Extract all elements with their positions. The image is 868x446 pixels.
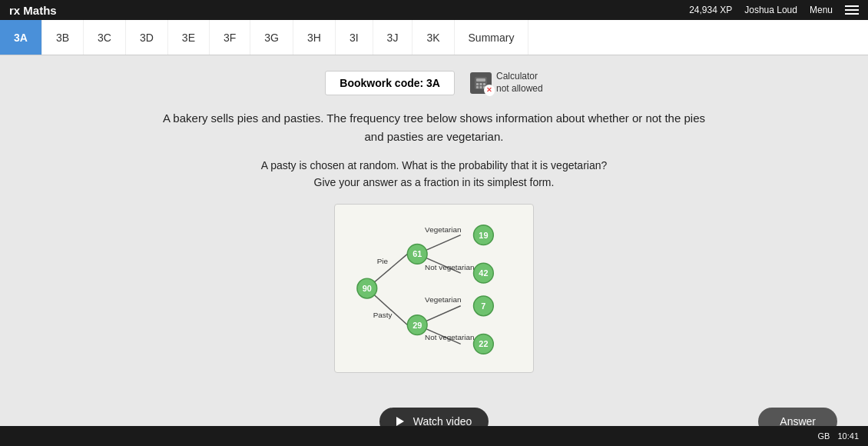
svg-text:29: 29	[412, 320, 422, 329]
tab-3k[interactable]: 3K	[412, 20, 454, 55]
svg-text:42: 42	[479, 268, 488, 278]
tab-3b[interactable]: 3B	[42, 20, 84, 55]
gb-label: GB	[818, 431, 830, 441]
question-text-1: A bakery sells pies and pasties. The fre…	[31, 109, 837, 146]
pie-branch-label: Pie	[377, 257, 389, 265]
not-veg-bottom-label: Not vegetarian	[425, 333, 474, 341]
svg-rect-1	[476, 78, 485, 82]
not-allowed-label: not allowed	[496, 83, 543, 95]
calculator-status: ✕ Calculator not allowed	[470, 71, 543, 95]
tab-3e[interactable]: 3E	[168, 20, 210, 55]
pasty-branch-label: Pasty	[373, 310, 393, 318]
svg-text:22: 22	[479, 339, 488, 348]
tab-summary[interactable]: Summary	[455, 20, 529, 55]
tab-3c[interactable]: 3C	[84, 20, 126, 55]
tab-3h[interactable]: 3H	[293, 20, 336, 55]
svg-rect-3	[479, 83, 482, 85]
svg-rect-5	[476, 86, 479, 88]
calculator-icon: ✕	[470, 72, 492, 94]
tab-3i[interactable]: 3I	[336, 20, 373, 55]
svg-text:19: 19	[479, 230, 488, 239]
menu-label[interactable]: Menu	[810, 5, 833, 15]
tab-3j[interactable]: 3J	[373, 20, 413, 55]
bookwork-code: Bookwork code: 3A	[325, 71, 455, 95]
time-label: 10:41	[837, 431, 859, 441]
tab-3d[interactable]: 3D	[126, 20, 168, 55]
calculator-label: Calculator	[496, 71, 543, 83]
taskbar: GB 10:41	[0, 426, 868, 446]
tab-3g[interactable]: 3G	[250, 20, 293, 55]
user-name: Joshua Loud	[744, 5, 797, 15]
svg-text:61: 61	[412, 249, 422, 258]
svg-rect-2	[476, 83, 479, 85]
veg-bottom-label: Vegetarian	[425, 295, 461, 304]
frequency-tree: Pie Pasty Vegetarian Not vegetarian Vege…	[334, 204, 534, 373]
app-title: rx Maths	[9, 4, 57, 17]
svg-rect-4	[483, 83, 485, 85]
tab-3f[interactable]: 3F	[210, 20, 250, 55]
menu-icon[interactable]	[845, 5, 859, 15]
veg-top-label: Vegetarian	[425, 225, 461, 233]
xp-label: 24,934 XP	[689, 5, 732, 15]
svg-text:7: 7	[481, 301, 485, 311]
nav-tabs: 3A 3B 3C 3D 3E 3F 3G 3H 3I 3J 3K Summary	[0, 20, 868, 55]
svg-rect-6	[479, 86, 482, 88]
question-text-2: A pasty is chosen at random. What is the…	[31, 157, 837, 191]
svg-text:90: 90	[363, 284, 372, 293]
svg-rect-7	[483, 86, 485, 88]
not-veg-top-label: Not vegetarian	[425, 263, 474, 271]
tab-3a[interactable]: 3A	[0, 20, 42, 55]
video-play-icon	[396, 417, 404, 426]
